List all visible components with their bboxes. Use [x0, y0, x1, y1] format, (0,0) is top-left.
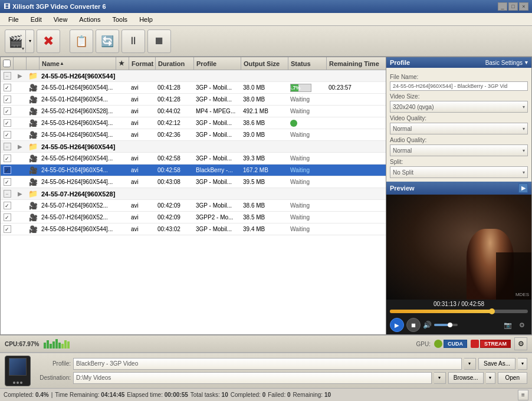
row-checkbox[interactable]: [4, 119, 11, 127]
cuda-button[interactable]: CUDA: [444, 340, 467, 348]
row-checkbox[interactable]: [4, 225, 11, 233]
video-quality-select[interactable]: Normal ▾: [390, 123, 528, 134]
row-checkbox[interactable]: [4, 84, 11, 91]
log-button[interactable]: ≡: [518, 390, 528, 400]
td-group-expand-icon[interactable]: ▶: [14, 73, 27, 79]
table-row[interactable]: 🎥 24-55-04-H264[960X544]... avi 00:42:36…: [1, 129, 386, 141]
audio-quality-select[interactable]: Normal ▾: [390, 144, 528, 156]
th-name[interactable]: Name ▲: [40, 57, 116, 70]
table-row[interactable]: 🎥 24-55-07-H264[960X52... avi 00:42:09 3…: [1, 200, 386, 212]
volume-slider[interactable]: [434, 324, 458, 326]
seek-handle[interactable]: [489, 308, 495, 314]
td-group-expand-icon[interactable]: ▶: [14, 143, 27, 150]
minimize-button[interactable]: _: [498, 2, 507, 11]
table-row[interactable]: 🎥 24-55-05-H264[960X54... avi 00:42:58 B…: [1, 165, 386, 176]
table-row[interactable]: 🎥 24-55-01-H264[960X54... avi 00:41:28 3…: [1, 94, 386, 106]
menu-file[interactable]: File: [2, 15, 25, 24]
settings-dropdown-icon[interactable]: ▾: [525, 60, 528, 65]
th-remaining[interactable]: Remaining Time: [327, 57, 386, 70]
menu-help[interactable]: Help: [133, 15, 159, 24]
td-check[interactable]: [1, 178, 14, 186]
table-row[interactable]: − ▶ 📁 24-55-07-H264[960X528]: [1, 188, 386, 200]
table-row[interactable]: 🎥 24-55-06-H264[960X544]... avi 00:43:08…: [1, 176, 386, 188]
add-video-button[interactable]: 🎬 ▾: [5, 29, 26, 53]
close-button[interactable]: ×: [519, 2, 528, 11]
cuda-button-group[interactable]: CUDA: [434, 340, 467, 348]
browse-button[interactable]: Browse...: [448, 372, 484, 384]
th-status[interactable]: Status: [288, 57, 327, 70]
row-checkbox[interactable]: [4, 166, 11, 174]
td-check[interactable]: [1, 131, 14, 139]
th-output[interactable]: Output Size: [241, 57, 288, 70]
ati-button[interactable]: STREAM: [480, 340, 511, 348]
refresh-button[interactable]: 🔄: [96, 29, 119, 53]
table-row[interactable]: 🎥 24-55-03-H264[960X544]... avi 00:42:12…: [1, 117, 386, 129]
table-row[interactable]: 🎥 24-55-05-H264[960X544]... avi 00:42:58…: [1, 153, 386, 165]
stop-button[interactable]: ⏹: [147, 29, 171, 53]
save-as-dropdown-button[interactable]: ▾: [518, 358, 527, 370]
td-check[interactable]: [1, 202, 14, 209]
pause-button[interactable]: ⏸: [121, 29, 145, 53]
preview-expand-button[interactable]: ▶: [518, 183, 528, 193]
row-checkbox[interactable]: [4, 213, 11, 221]
row-checkbox[interactable]: [4, 178, 11, 186]
table-row[interactable]: 🎥 24-55-01-H264[960X544]... avi 00:41:28…: [1, 82, 386, 94]
maximize-button[interactable]: □: [508, 2, 518, 11]
settings-player-button[interactable]: ⚙: [516, 319, 528, 331]
table-row[interactable]: 🎥 24-55-08-H264[960X544]... avi 00:43:02…: [1, 223, 386, 235]
video-size-select[interactable]: 320x240 (qvga) ▾: [390, 101, 528, 113]
row-checkbox[interactable]: [4, 96, 11, 103]
th-check[interactable]: [1, 57, 14, 70]
split-select[interactable]: No Split ▾: [390, 166, 528, 178]
window-controls[interactable]: _ □ ×: [498, 2, 528, 11]
dest-dropdown-button[interactable]: ▾: [434, 372, 446, 384]
table-row[interactable]: 🎥 24-55-02-H264[960X528]... avi 00:44:02…: [1, 106, 386, 117]
row-checkbox[interactable]: [4, 155, 11, 162]
table-row[interactable]: − ▶ 📁 24-55-05-H264[960X544]: [1, 141, 386, 153]
row-checkbox[interactable]: [4, 107, 11, 115]
gear-icon: ⚙: [518, 340, 524, 348]
menu-actions[interactable]: Actions: [73, 15, 106, 24]
select-all-checkbox[interactable]: [3, 60, 11, 67]
td-duration: 00:43:08: [156, 179, 194, 185]
ati-button-group[interactable]: STREAM: [471, 340, 511, 348]
play-button[interactable]: ▶: [390, 318, 404, 332]
table-row[interactable]: 🎥 24-55-07-H264[960X52... avi 00:42:09 3…: [1, 212, 386, 223]
add-dropdown-button[interactable]: ▾: [26, 29, 34, 53]
convert-button[interactable]: 📋: [70, 29, 93, 53]
td-check[interactable]: [1, 155, 14, 162]
open-button[interactable]: Open: [498, 372, 527, 384]
profile-input[interactable]: BlackBerry - 3GP Video: [73, 358, 462, 370]
td-filename: 24-55-06-H264[960X544]...: [40, 179, 116, 185]
stop-player-button[interactable]: ⏹: [406, 318, 421, 332]
menu-edit[interactable]: Edit: [25, 15, 48, 24]
time-remaining-label: Time Remaining: 04:14:45: [55, 392, 124, 398]
td-check[interactable]: [1, 107, 14, 115]
td-check[interactable]: [1, 166, 14, 174]
save-as-button[interactable]: Save As...: [478, 358, 515, 370]
add-video-button-group[interactable]: 🎬 ▾ ▾: [5, 29, 34, 53]
remove-button[interactable]: ✖: [37, 29, 60, 53]
menu-view[interactable]: View: [48, 15, 74, 24]
td-check[interactable]: [1, 96, 14, 103]
destination-input[interactable]: D:\My Videos: [73, 372, 432, 384]
seek-bar-container[interactable]: [386, 308, 531, 315]
menu-tools[interactable]: Tools: [106, 15, 133, 24]
td-check[interactable]: [1, 84, 14, 91]
td-check[interactable]: [1, 225, 14, 233]
row-checkbox[interactable]: [4, 202, 11, 209]
th-profile[interactable]: Profile: [194, 57, 241, 70]
table-row[interactable]: − ▶ 📁 24-55-05-H264[960X544]: [1, 70, 386, 82]
row-checkbox[interactable]: [4, 131, 11, 139]
th-format[interactable]: Format: [129, 57, 156, 70]
browse-dropdown-button[interactable]: ▾: [486, 372, 495, 384]
td-check[interactable]: [1, 213, 14, 221]
td-group-expand-icon[interactable]: ▶: [14, 190, 27, 197]
profile-dropdown-button[interactable]: ▾: [464, 358, 476, 370]
th-duration[interactable]: Duration: [156, 57, 194, 70]
gpu-settings-button[interactable]: ⚙: [514, 337, 527, 350]
screenshot-button[interactable]: 📷: [502, 319, 514, 331]
seek-bar[interactable]: [390, 310, 528, 313]
td-check[interactable]: [1, 119, 14, 127]
td-duration: 00:42:58: [156, 167, 194, 173]
